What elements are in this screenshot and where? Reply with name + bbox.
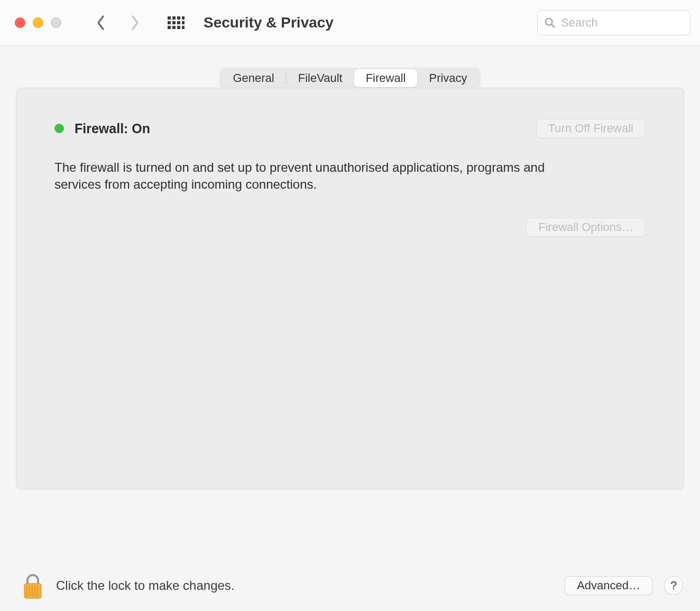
turn-off-firewall-button[interactable]: Turn Off Firewall (536, 119, 646, 138)
firewall-options-button[interactable]: Firewall Options… (526, 218, 646, 237)
forward-button[interactable] (125, 13, 144, 32)
tab-filevault[interactable]: FileVault (287, 69, 354, 87)
zoom-window-button[interactable] (51, 17, 61, 28)
svg-rect-9 (172, 26, 176, 29)
svg-rect-2 (177, 16, 180, 20)
help-button[interactable]: ? (664, 576, 683, 595)
search-field[interactable] (537, 10, 690, 35)
svg-rect-10 (177, 26, 180, 29)
search-input[interactable] (561, 16, 684, 30)
page-title: Security & Privacy (204, 14, 334, 31)
firewall-status-row: Firewall: On Turn Off Firewall (54, 119, 646, 138)
close-window-button[interactable] (15, 17, 25, 28)
svg-rect-0 (168, 16, 171, 20)
tab-firewall[interactable]: Firewall (354, 69, 418, 87)
tab-general[interactable]: General (221, 69, 285, 87)
svg-rect-3 (182, 16, 185, 20)
tab-privacy[interactable]: Privacy (417, 69, 478, 87)
svg-rect-1 (172, 16, 176, 20)
firewall-status-label: Firewall: On (75, 121, 150, 136)
svg-rect-8 (168, 26, 171, 29)
advanced-button[interactable]: Advanced… (565, 576, 652, 595)
svg-rect-5 (172, 21, 176, 24)
grid-icon (168, 16, 185, 29)
back-button[interactable] (91, 13, 110, 32)
lock-hint: Click the lock to make changes. (56, 578, 235, 593)
chevron-right-icon (130, 15, 140, 31)
svg-rect-7 (182, 21, 185, 24)
svg-line-13 (551, 24, 554, 26)
tab-bar: General FileVault Firewall Privacy (219, 68, 480, 89)
toolbar: Security & Privacy (0, 0, 700, 45)
svg-rect-11 (182, 26, 185, 29)
show-all-button[interactable] (165, 12, 187, 33)
lock-icon (21, 571, 44, 600)
nav-arrows (91, 13, 144, 32)
content-panel: Firewall: On Turn Off Firewall The firew… (16, 88, 684, 489)
svg-rect-6 (177, 21, 180, 24)
status-indicator-icon (54, 124, 64, 133)
minimize-window-button[interactable] (33, 17, 43, 28)
lock-button[interactable] (21, 571, 44, 600)
search-icon (544, 17, 556, 29)
footer: Click the lock to make changes. Advanced… (0, 571, 700, 600)
window-controls (15, 17, 61, 28)
svg-rect-4 (168, 21, 171, 24)
firewall-description: The firewall is turned on and set up to … (54, 159, 551, 193)
chevron-left-icon (96, 15, 106, 31)
